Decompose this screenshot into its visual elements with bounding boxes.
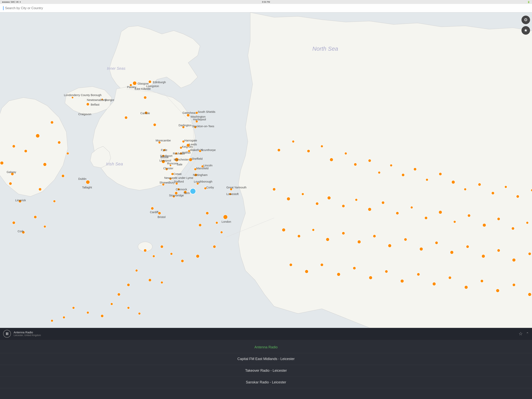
svg-text:Lincoln: Lincoln [203, 164, 213, 167]
svg-text:Runcorn: Runcorn [167, 162, 178, 165]
svg-text:Londonderry County Borough: Londonderry County Borough [64, 94, 101, 97]
svg-text:Nottingham: Nottingham [193, 174, 208, 176]
svg-text:Newtownabbey: Newtownabbey [87, 98, 107, 102]
svg-text:Hartlepool: Hartlepool [193, 118, 206, 121]
status-center: 8:56 PM [262, 1, 266, 3]
svg-text:Stockton-on-Tees: Stockton-on-Tees [192, 125, 214, 128]
signal-dots: ●●●●●● [2, 1, 10, 3]
svg-text:Loughborough: Loughborough [194, 180, 212, 183]
svg-point-17 [86, 103, 89, 106]
svg-text:Crewe: Crewe [173, 172, 182, 175]
svg-text:Tarm: Tarm [184, 192, 190, 195]
svg-point-126 [125, 116, 127, 119]
svg-text:Corby: Corby [206, 186, 214, 189]
svg-text:Irish Sea: Irish Sea [106, 161, 123, 166]
svg-text:Livingston: Livingston [146, 84, 159, 88]
svg-text:Leeds: Leeds [189, 143, 197, 146]
svg-point-115 [0, 161, 4, 165]
map-container: Glasgow Edinburgh Paisley . East Kilbrid… [0, 13, 266, 200]
svg-point-116 [9, 182, 12, 185]
svg-text:Dublin: Dublin [78, 177, 86, 180]
svg-text:Cannock: Cannock [176, 188, 187, 191]
svg-text:Limerick: Limerick [15, 199, 26, 200]
svg-text:Fyde: Fyde [161, 148, 167, 152]
status-left: ●●●●●● SMC HK ▾ [2, 1, 21, 3]
svg-point-124 [144, 96, 147, 99]
svg-text:Bootle: Bootle [160, 156, 169, 159]
svg-point-113 [62, 174, 64, 178]
search-bar [0, 4, 266, 13]
svg-text:Scunthorpe: Scunthorpe [201, 148, 215, 152]
svg-text:Galway: Galway [7, 170, 16, 174]
svg-point-9 [133, 81, 137, 85]
svg-text:Harrogate: Harrogate [184, 139, 197, 142]
svg-text:Newcastle under Lyme: Newcastle under Lyme [164, 176, 193, 180]
svg-point-21 [72, 97, 74, 99]
carrier: SMC HK [11, 1, 19, 3]
search-input[interactable] [3, 6, 266, 10]
svg-text:Edinburgh: Edinburgh [153, 81, 166, 84]
wifi-icon: ▾ [20, 1, 21, 3]
svg-text:East Kilbride: East Kilbride [134, 87, 151, 90]
svg-point-122 [67, 152, 69, 155]
svg-text:Sheffield: Sheffield [191, 157, 203, 160]
svg-text:Rochdale: Rochdale [173, 152, 185, 155]
svg-text:Inner Seas: Inner Seas [107, 66, 125, 71]
svg-point-125 [153, 123, 156, 126]
svg-point-110 [51, 121, 54, 124]
svg-point-11 [149, 80, 152, 83]
svg-point-109 [36, 134, 40, 138]
svg-point-121 [38, 188, 41, 191]
svg-text:Manchester: Manchester [174, 158, 189, 161]
svg-text:Stafford: Stafford [174, 180, 184, 183]
svg-point-92 [190, 188, 196, 194]
svg-text:Carlisle: Carlisle [140, 112, 150, 115]
svg-point-103 [86, 180, 90, 184]
svg-point-123 [58, 141, 61, 144]
svg-point-111 [24, 150, 27, 153]
svg-point-95 [175, 192, 177, 195]
svg-text:Morecambe: Morecambe [156, 139, 171, 142]
svg-point-112 [43, 163, 47, 166]
svg-text:Liverpool: Liverpool [159, 159, 171, 162]
svg-text:Craigavon: Craigavon [78, 113, 91, 116]
svg-text:Gateshead: Gateshead [183, 111, 196, 114]
svg-text:South Shields: South Shields [198, 110, 215, 113]
svg-text:Lowestoft: Lowestoft [226, 193, 239, 196]
svg-text:Great Yarmouth: Great Yarmouth [226, 186, 246, 189]
svg-text:Washington: Washington [190, 115, 205, 118]
time: 8:56 PM [262, 1, 266, 3]
svg-text:Shrewsbury: Shrewsbury [159, 181, 175, 184]
svg-text:Tallaght: Tallaght [82, 186, 92, 189]
svg-text:Belfast: Belfast [91, 103, 100, 106]
svg-point-114 [12, 145, 15, 148]
status-bar: ●●●●●● SMC HK ▾ 8:56 PM 🔋 [0, 0, 266, 4]
svg-text:Darlington: Darlington [178, 124, 192, 127]
svg-text:Chester: Chester [163, 167, 173, 170]
